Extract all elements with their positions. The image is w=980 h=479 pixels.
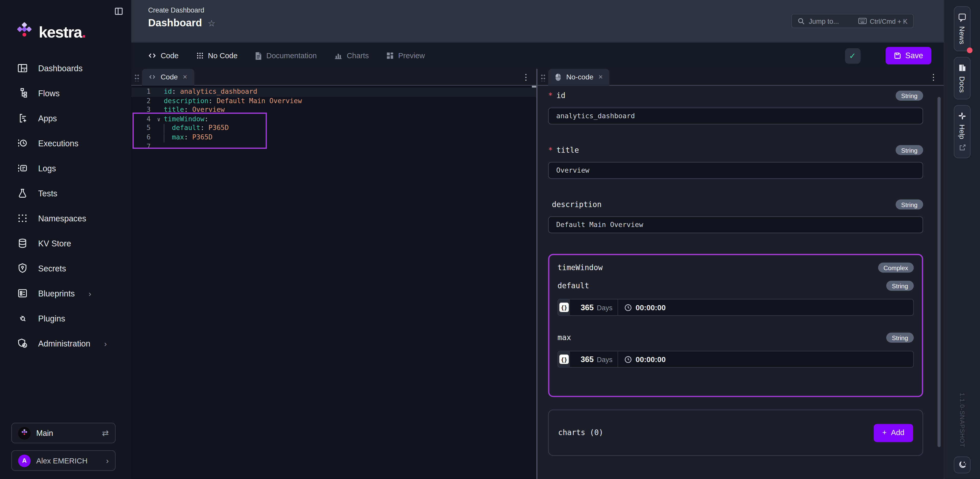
layout-icon (387, 52, 394, 59)
code-line[interactable]: 4∨ timeWindow: (131, 115, 536, 124)
news-tab[interactable]: News (954, 6, 970, 51)
field-label: max (557, 333, 571, 342)
title-input[interactable]: Overview (548, 162, 923, 179)
tab-documentation[interactable]: Documentation (255, 51, 317, 60)
kebab-menu-icon[interactable]: ⋮ (522, 72, 530, 82)
search-placeholder: Jump to... (809, 17, 839, 24)
sidebar-item-label: KV Store (38, 238, 71, 248)
sidebar: kestra. Dashboards Flows Apps Executions (0, 0, 131, 479)
tab-code[interactable]: Code (148, 51, 178, 60)
sidebar-item-label: Secrets (38, 263, 66, 273)
code-line[interactable]: 2 description: Default Main Overview (131, 97, 536, 106)
yaml-editor[interactable]: 1 id: analytics_dashboard 2 description:… (131, 86, 536, 479)
sidebar-item-executions[interactable]: Executions (0, 131, 131, 156)
sidebar-item-flows[interactable]: Flows (0, 81, 131, 106)
sidebar-item-dashboards[interactable]: Dashboards (0, 56, 131, 81)
days-value[interactable]: 365Days (570, 300, 618, 315)
drag-handle-icon[interactable] (135, 73, 140, 81)
field-label: *id (548, 91, 566, 100)
required-mark: * (548, 146, 553, 155)
document-icon (255, 51, 262, 60)
favorite-star-icon[interactable]: ☆ (208, 18, 216, 28)
tenant-name: Main (36, 429, 53, 437)
apps-icon (17, 113, 28, 124)
code-line[interactable]: 7 (131, 142, 536, 152)
clock-icon (625, 303, 632, 311)
sidebar-item-blueprints[interactable]: Blueprints › (0, 281, 131, 306)
kebab-menu-icon[interactable]: ⋮ (929, 72, 938, 82)
code-line[interactable]: 3 title: Overview (131, 106, 536, 115)
message-square-icon (958, 13, 966, 22)
kestra-wordmark: kestra. (39, 23, 86, 41)
user-name: Alex EMERICH (36, 456, 88, 465)
no-code-tab[interactable]: No-code × (548, 69, 610, 85)
sidebar-item-label: Dashboards (38, 64, 83, 73)
code-line[interactable]: 1 id: analytics_dashboard (131, 88, 536, 97)
fold-chevron-icon[interactable]: ∨ (154, 115, 164, 124)
page-title: Dashboard (148, 17, 202, 29)
theme-toggle-button[interactable] (954, 457, 970, 473)
tab-charts[interactable]: Charts (334, 51, 369, 60)
close-tab-icon[interactable]: × (183, 72, 187, 81)
drag-handle-icon[interactable] (541, 73, 546, 81)
field-label: *title (548, 146, 579, 155)
code-line[interactable]: 6 max: P365D (131, 133, 536, 142)
type-badge: String (896, 200, 923, 209)
user-avatar: A (18, 454, 30, 467)
max-duration-input[interactable]: {} 365Days 00:00:00 (557, 351, 914, 368)
jump-to-search[interactable]: Jump to... Ctrl/Cmd + K (791, 14, 914, 28)
validate-button[interactable]: ✓ (845, 48, 860, 63)
duration-mode-toggle[interactable]: {} (558, 351, 570, 367)
sidebar-item-kv-store[interactable]: KV Store (0, 231, 131, 256)
tenant-selector[interactable]: Main ⇄ (11, 423, 116, 444)
sidebar-item-namespaces[interactable]: Namespaces (0, 206, 131, 231)
default-duration-input[interactable]: {} 365Days 00:00:00 (557, 299, 914, 316)
code-editor-tab[interactable]: Code × (142, 69, 194, 85)
user-menu[interactable]: A Alex EMERICH › (11, 450, 116, 471)
docs-tab[interactable]: Docs (954, 57, 970, 99)
sidebar-item-plugins[interactable]: Plugins (0, 306, 131, 331)
type-badge: String (896, 145, 923, 155)
close-tab-icon[interactable]: × (598, 72, 603, 81)
sidebar-item-label: Administration (38, 338, 90, 348)
id-input[interactable]: analytics_dashboard (548, 107, 923, 125)
sidebar-nav: Dashboards Flows Apps Executions Logs Te… (0, 56, 131, 356)
shield-user-icon (17, 338, 28, 349)
sidebar-item-logs[interactable]: Logs (0, 156, 131, 181)
days-value[interactable]: 365Days (570, 351, 618, 367)
tab-preview[interactable]: Preview (387, 51, 425, 60)
view-tabbar: Code No Code Documentation Charts Previe… (131, 43, 944, 69)
code-line[interactable]: 5 default: P365D (131, 124, 536, 133)
form-scrollbar-thumb[interactable] (937, 97, 940, 447)
slack-icon (958, 112, 966, 120)
blueprints-icon (17, 288, 28, 299)
type-badge: String (896, 91, 923, 101)
switch-tenant-icon[interactable]: ⇄ (102, 428, 109, 438)
help-tab[interactable]: Help (954, 105, 970, 158)
description-input[interactable]: Default Main Overview (548, 216, 923, 233)
group-label: timeWindow (557, 263, 603, 272)
save-button[interactable]: Save (885, 47, 931, 65)
kestra-logo[interactable]: kestra. (0, 0, 131, 42)
version-label: 1.1.0-SNAPSHOT (959, 393, 966, 448)
sidebar-collapse-icon[interactable] (115, 7, 123, 16)
tests-icon (17, 188, 28, 199)
indent-guide (164, 124, 172, 133)
kestra-app: kestra. Dashboards Flows Apps Executions (0, 0, 980, 479)
sidebar-item-administration[interactable]: Administration › (0, 331, 131, 356)
charts-section: charts (0) + Add (548, 410, 923, 456)
time-value[interactable]: 00:00:00 (618, 300, 666, 315)
duration-mode-toggle[interactable]: {} (558, 300, 570, 315)
type-badge: String (886, 281, 914, 291)
sidebar-item-secrets[interactable]: Secrets (0, 256, 131, 281)
sidebar-item-tests[interactable]: Tests (0, 181, 131, 206)
add-chart-button[interactable]: + Add (873, 423, 913, 442)
moon-stars-icon (958, 460, 967, 469)
namespaces-icon (17, 213, 28, 224)
bar-chart-icon (334, 52, 342, 59)
main-area: Create Dashboard Dashboard ☆ Jump to... … (131, 0, 944, 479)
sidebar-item-apps[interactable]: Apps (0, 106, 131, 131)
tab-no-code[interactable]: No Code (196, 51, 238, 60)
sidebar-item-label: Executions (38, 138, 78, 148)
time-value[interactable]: 00:00:00 (618, 351, 666, 367)
